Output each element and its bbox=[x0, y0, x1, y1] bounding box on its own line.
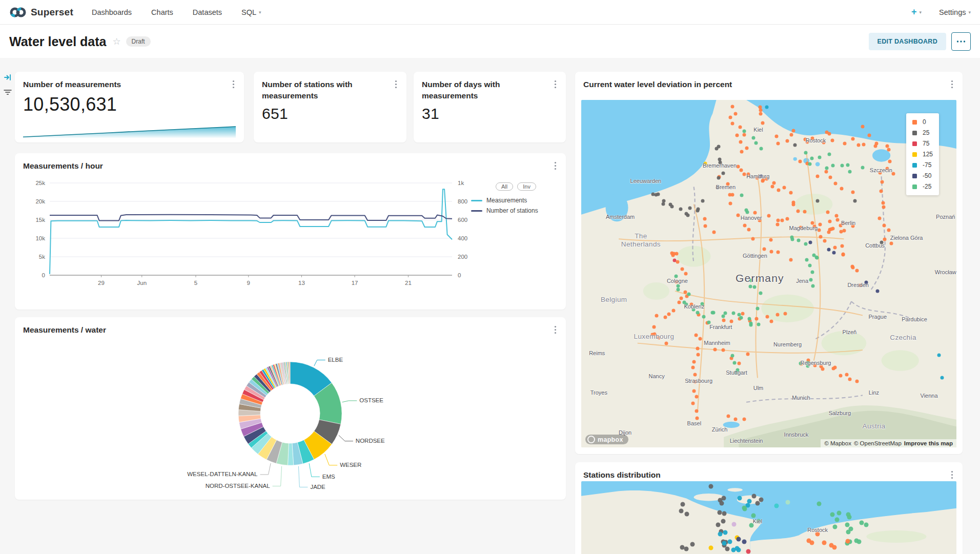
new-item-button[interactable]: +▾ bbox=[911, 7, 922, 17]
more-options-icon[interactable] bbox=[231, 79, 236, 92]
station-dot bbox=[672, 309, 676, 313]
legend-item[interactable]: Number of stations bbox=[471, 207, 561, 214]
station-dot bbox=[664, 316, 667, 319]
station-dot bbox=[691, 401, 695, 405]
station-dot bbox=[738, 125, 742, 129]
station-dot bbox=[831, 163, 834, 167]
more-options-icon[interactable] bbox=[553, 324, 558, 337]
legend-inv-button[interactable]: Inv bbox=[517, 182, 536, 191]
edit-dashboard-button[interactable]: EDIT DASHBOARD bbox=[869, 33, 946, 50]
expand-filter-bar-icon[interactable] bbox=[4, 73, 12, 84]
station-dot bbox=[679, 208, 682, 211]
station-dot bbox=[691, 365, 695, 369]
stations-map[interactable]: KielRostock bbox=[581, 481, 956, 554]
nav-item-dashboards[interactable]: Dashboards bbox=[92, 8, 132, 16]
station-dot bbox=[880, 189, 883, 193]
station-dot bbox=[770, 250, 773, 254]
card-title: Number of days with measurements bbox=[422, 79, 553, 101]
svg-text:17: 17 bbox=[352, 280, 358, 286]
station-dot bbox=[686, 214, 689, 217]
station-dot bbox=[696, 353, 700, 356]
station-dot bbox=[692, 389, 696, 393]
station-dot bbox=[842, 253, 845, 257]
svg-text:21: 21 bbox=[405, 280, 412, 286]
station-dot bbox=[883, 237, 886, 241]
favorite-star-icon[interactable]: ☆ bbox=[112, 36, 120, 47]
station-dot bbox=[845, 523, 849, 527]
settings-menu[interactable]: Settings▾ bbox=[939, 8, 971, 16]
station-dot bbox=[747, 228, 751, 231]
station-dot bbox=[672, 259, 676, 262]
station-dot bbox=[664, 342, 668, 345]
more-options-icon[interactable] bbox=[950, 79, 954, 92]
station-dot bbox=[741, 312, 744, 316]
svg-text:20k: 20k bbox=[35, 198, 45, 204]
station-dot bbox=[751, 494, 756, 498]
chevron-down-icon: ▾ bbox=[920, 10, 922, 15]
svg-text:13: 13 bbox=[298, 280, 305, 286]
station-dot bbox=[688, 206, 691, 210]
station-dot bbox=[718, 158, 722, 161]
station-dot bbox=[832, 251, 835, 255]
legend-label: Measurements bbox=[486, 197, 527, 204]
station-dot bbox=[776, 223, 780, 227]
station-dot bbox=[846, 529, 850, 534]
nav-item-charts[interactable]: Charts bbox=[151, 8, 173, 16]
card-measurements-per-hour: Measurements / hour 005k20010k40015k6002… bbox=[15, 153, 566, 310]
map-legend-label: 0 bbox=[923, 118, 926, 126]
station-dot bbox=[763, 248, 766, 251]
superset-logo[interactable]: Superset bbox=[9, 7, 73, 18]
station-dot bbox=[749, 323, 753, 327]
station-dot bbox=[667, 312, 670, 316]
dashboard-more-button[interactable] bbox=[951, 32, 971, 51]
more-options-icon[interactable] bbox=[553, 79, 558, 92]
station-dot bbox=[833, 245, 837, 249]
station-dot bbox=[716, 522, 721, 527]
station-dot bbox=[880, 240, 883, 244]
station-dot bbox=[672, 252, 676, 256]
station-dot bbox=[769, 320, 773, 323]
osm-attribution-link[interactable]: © OpenStreetMap bbox=[854, 440, 902, 446]
nav-item-sql[interactable]: SQL▾ bbox=[241, 8, 261, 16]
station-dot bbox=[734, 546, 739, 551]
filter-icon[interactable] bbox=[3, 88, 12, 99]
deviation-map[interactable]: 02575125-75-50-25 mapbox © Mapbox © Open… bbox=[581, 100, 956, 447]
station-dot bbox=[828, 153, 831, 156]
mapbox-logo[interactable]: mapbox bbox=[585, 435, 628, 444]
station-dot bbox=[759, 498, 764, 502]
trend-sparkline bbox=[23, 125, 236, 138]
station-dot bbox=[708, 545, 713, 550]
legend-all-button[interactable]: All bbox=[496, 182, 513, 191]
map-legend-item: 75 bbox=[912, 140, 933, 147]
station-dot bbox=[830, 512, 834, 517]
donut-slice-label: ELBE bbox=[328, 357, 343, 363]
station-dot bbox=[811, 284, 815, 288]
station-dot bbox=[846, 163, 850, 167]
station-dot bbox=[851, 137, 854, 140]
station-dot bbox=[723, 530, 728, 535]
station-dot bbox=[839, 374, 842, 378]
more-options-icon[interactable] bbox=[950, 469, 954, 482]
station-dot bbox=[676, 260, 679, 264]
station-dot bbox=[873, 144, 877, 148]
map-legend-label: -50 bbox=[923, 172, 931, 179]
station-dot bbox=[810, 221, 814, 224]
mapbox-attribution-link[interactable]: © Mapbox bbox=[824, 440, 851, 446]
station-dot bbox=[825, 167, 828, 170]
more-options-icon[interactable] bbox=[394, 79, 398, 92]
station-dot bbox=[828, 132, 831, 135]
station-dot bbox=[810, 137, 814, 140]
station-dot bbox=[712, 231, 716, 234]
station-dot bbox=[818, 155, 821, 159]
header-actions: EDIT DASHBOARD bbox=[869, 32, 971, 51]
station-dot bbox=[818, 223, 822, 227]
more-options-icon[interactable] bbox=[553, 160, 558, 173]
legend-item[interactable]: Measurements bbox=[471, 197, 561, 204]
station-dot bbox=[743, 172, 746, 176]
nav-item-datasets[interactable]: Datasets bbox=[193, 8, 222, 16]
station-dot bbox=[858, 284, 862, 288]
station-dot bbox=[832, 545, 836, 549]
improve-map-link[interactable]: Improve this map bbox=[904, 440, 953, 446]
map-legend-item: -25 bbox=[912, 183, 933, 190]
station-dot bbox=[680, 267, 684, 271]
